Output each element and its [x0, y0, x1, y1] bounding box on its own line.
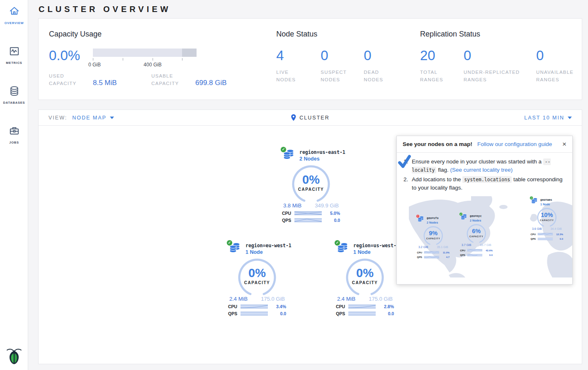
- page-header: CLUSTER OVERVIEW: [28, 0, 588, 18]
- system-locations-code: system.locations: [462, 176, 512, 183]
- region-card-us-east-1[interactable]: ✓ region=us-east-1 2 Nodes 0% CAPACITY 3: [278, 149, 344, 223]
- warning-badge-icon: !: [416, 214, 419, 218]
- total-ranges-value: 20: [420, 49, 464, 62]
- cockroachdb-logo: [0, 347, 28, 367]
- capacity-gauge: 0% CAPACITY: [290, 165, 332, 202]
- capacity-gauge: 9% CAPACITY: [423, 226, 444, 245]
- setup-step-1: 1. Ensure every node in your cluster was…: [403, 158, 566, 175]
- region-label: region=us-west-1: [353, 243, 399, 248]
- capacity-gauge-percent: 0%: [290, 174, 332, 186]
- capacity-gauge-percent: 0%: [236, 267, 278, 279]
- location-pin-icon: [291, 114, 296, 121]
- unavailable-ranges-label: UNAVAILABLE RANGES: [536, 69, 582, 84]
- sidebar-item-databases[interactable]: DATABASES: [0, 80, 28, 109]
- close-icon[interactable]: ×: [562, 141, 566, 148]
- capacity-usage-section: Capacity Usage 0.0% 0 GiB 400 GiB USED C: [39, 19, 266, 100]
- used-capacity-value: 8.5 MiB: [93, 79, 151, 88]
- tick-label-400: 400 GiB: [143, 62, 161, 68]
- dead-nodes-label: DEAD NODES: [364, 69, 393, 84]
- nodes-count-link[interactable]: 2 Nodes: [299, 156, 345, 162]
- cpu-row: CPU 42.6%: [460, 248, 493, 252]
- capacity-percent: 0.0%: [49, 49, 93, 68]
- capacity-gauge-percent: 0%: [344, 267, 386, 279]
- cpu-row: CPU 11.0%: [417, 251, 450, 254]
- qps-row: QPS 0.0: [228, 311, 286, 316]
- cpu-row: CPU 5.0%: [282, 211, 340, 216]
- home-icon: [9, 6, 20, 17]
- capacity-bar-end-segment: [182, 49, 197, 57]
- capacity-gauge-label: CAPACITY: [290, 187, 332, 192]
- live-nodes-label: LIVE NODES: [276, 69, 305, 84]
- chevron-down-icon: [568, 117, 572, 119]
- dead-nodes-value: 0: [364, 49, 393, 62]
- capacity-gauge: 0% CAPACITY: [344, 258, 386, 295]
- region-card-eu-west-1[interactable]: ✓ region=eu-west-1 1 Node 0% CAPACITY 2.: [224, 243, 290, 316]
- view-label: VIEW:: [49, 115, 67, 121]
- qps-sparkline: [241, 311, 268, 316]
- example-region-geo-nyc: ✓ geo=nyc 2 Nodes 6%: [458, 214, 495, 257]
- cpu-row: CPU 2.8%: [336, 304, 394, 309]
- region-label: geo=nyc: [470, 214, 481, 218]
- tick-label-0: 0 GiB: [88, 62, 101, 68]
- view-selector[interactable]: NODE MAP: [72, 115, 114, 121]
- sidebar-item-overview[interactable]: OVERVIEW: [0, 0, 28, 29]
- usable-capacity-value: 699.8 GiB: [195, 79, 227, 88]
- qps-row: QPS 4.7: [417, 256, 450, 259]
- sidebar-item-jobs[interactable]: JOBS: [0, 119, 28, 148]
- nodes-count-link[interactable]: 1 Node: [353, 249, 399, 255]
- nodes-count: 1 Node: [540, 202, 552, 207]
- sidebar-item-label: OVERVIEW: [0, 21, 28, 25]
- check-icon: [397, 154, 412, 169]
- sidebar-item-label: DATABASES: [0, 101, 28, 105]
- time-range-selector[interactable]: LAST 10 MIN: [524, 115, 572, 121]
- nodes-count-link[interactable]: 1 Node: [245, 249, 292, 255]
- qps-row: QPS 0.0: [336, 311, 394, 316]
- unavailable-ranges-value: 0: [536, 49, 582, 62]
- briefcase-icon: [9, 125, 20, 136]
- cpu-value: 2.8%: [384, 304, 394, 309]
- under-replicated-value: 0: [464, 49, 536, 62]
- dead-nodes-stat: 0 DEAD NODES: [364, 49, 393, 84]
- region-label: geo=ams: [540, 198, 552, 202]
- qps-sparkline: [294, 218, 322, 223]
- total-capacity: 175.0 GiB: [369, 296, 393, 302]
- metrics-icon: [9, 46, 20, 57]
- qps-row: QPS 0.0: [531, 237, 563, 241]
- region-card-us-west-1[interactable]: ✓ region=us-west-1 1 Node 0% CAPACITY 2.: [332, 243, 398, 316]
- page-title: CLUSTER OVERVIEW: [39, 5, 171, 14]
- total-capacity: 349.9 GiB: [315, 202, 339, 209]
- tooltip-title: See your nodes on a map!: [403, 141, 472, 147]
- map-setup-tooltip: See your nodes on a map! Follow our conf…: [396, 136, 573, 285]
- unavailable-ranges-stat: 0 UNAVAILABLE RANGES: [536, 49, 582, 84]
- configuration-guide-link[interactable]: Follow our configuration guide: [477, 141, 552, 147]
- sidebar-item-metrics[interactable]: METRICS: [0, 40, 28, 69]
- live-nodes-value: 4: [276, 49, 321, 62]
- under-replicated-label: UNDER-REPLICATED RANGES: [464, 69, 532, 84]
- total-ranges-label: TOTAL RANGES: [420, 69, 449, 84]
- locality-tree-link[interactable]: (See current locality tree): [450, 167, 513, 173]
- cpu-row: CPU 3.4%: [228, 304, 286, 309]
- healthy-badge-icon: ✓: [530, 196, 533, 200]
- healthy-badge-icon: ✓: [334, 240, 340, 246]
- cpu-row: CPU 12.3%: [531, 232, 563, 236]
- qps-row: QPS 0.0: [282, 218, 340, 223]
- main-content: CLUSTER OVERVIEW Capacity Usage 0.0% 0 G…: [28, 0, 588, 364]
- usable-capacity-label: USABLE CAPACITY: [151, 73, 195, 88]
- nodes-count: 2 Nodes: [470, 219, 481, 223]
- qps-row: QPS 0.0: [460, 253, 493, 257]
- capacity-gauge-label: CAPACITY: [236, 280, 278, 285]
- capacity-gauge-label: CAPACITY: [344, 280, 386, 285]
- used-capacity: 2.4 MiB: [229, 296, 248, 302]
- cpu-sparkline: [348, 304, 376, 309]
- total-ranges-stat: 20 TOTAL RANGES: [420, 49, 464, 84]
- total-capacity: 175.0 GiB: [261, 296, 285, 302]
- live-nodes-stat: 4 LIVE NODES: [276, 49, 321, 84]
- suspect-nodes-value: 0: [321, 49, 364, 62]
- replication-status-section: Replication Status 20 TOTAL RANGES 0 UND…: [410, 19, 582, 100]
- breadcrumb[interactable]: CLUSTER: [291, 114, 329, 121]
- example-region-geo-sfo: ! geo=sfo 2 Nodes 9%: [415, 216, 452, 259]
- capacity-usage-title: Capacity Usage: [49, 30, 266, 39]
- healthy-badge-icon: ✓: [280, 146, 287, 153]
- qps-value: 0.0: [388, 311, 394, 316]
- node-status-title: Node Status: [276, 30, 410, 39]
